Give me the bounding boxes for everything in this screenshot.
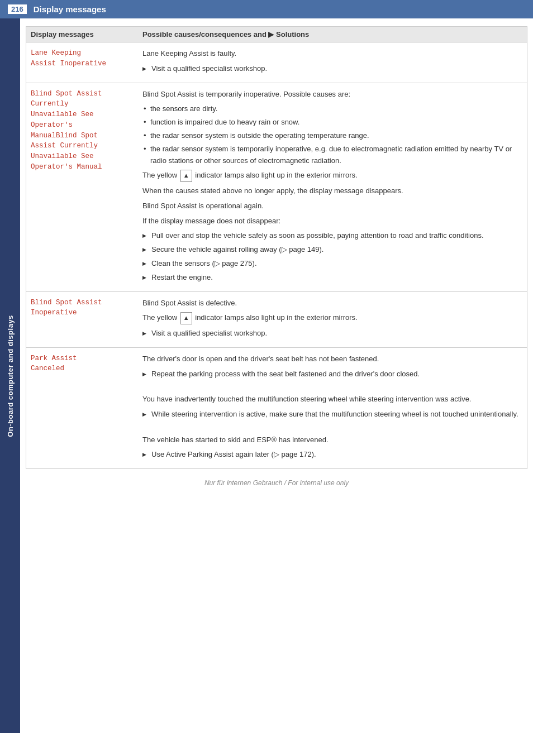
- paragraph: Blind Spot Assist is temporarily inopera…: [142, 89, 522, 101]
- page-header: 216 Display messages: [0, 0, 533, 18]
- footer-text: Nur für internen Gebrauch / For internal…: [26, 479, 527, 496]
- action-item: While steering intervention is active, m…: [142, 409, 522, 420]
- list-item: the radar sensor system is outside the o…: [142, 130, 522, 142]
- action-item: Secure the vehicle against rolling away …: [142, 244, 522, 256]
- display-message-cell: Blind Spot Assist Currently Unavailable …: [31, 89, 142, 173]
- main-content: Display messages Possible causes/consequ…: [20, 18, 533, 733]
- paragraph: Blind Spot Assist is defective.: [142, 298, 522, 309]
- bullet-list: the sensors are dirty. function is impai…: [142, 103, 522, 166]
- list-item: the radar sensor system is temporarily i…: [142, 143, 522, 167]
- action-item: Clean the sensors (▷ page 275).: [142, 258, 522, 270]
- page-number: 216: [8, 4, 27, 14]
- paragraph: Blind Spot Assist is operational again.: [142, 200, 522, 212]
- display-message-cell: Blind Spot AssistInoperative: [31, 298, 142, 319]
- display-message-cell: Lane KeepingAssist Inoperative: [31, 48, 142, 69]
- col2-header: Possible causes/consequences and ▶ Solut…: [142, 30, 522, 39]
- content-wrapper: On-board computer and displays Display m…: [0, 18, 533, 733]
- content-table: Display messages Possible causes/consequ…: [26, 26, 527, 469]
- causes-solutions-cell: Lane Keeping Assist is faulty. Visit a q…: [142, 48, 522, 77]
- side-label-text: On-board computer and displays: [6, 315, 15, 437]
- side-label-area: On-board computer and displays: [0, 18, 20, 733]
- action-item: Use Active Parking Assist again later (▷…: [142, 449, 522, 461]
- indicator-paragraph: The yellow ▲ indicator lamps also light …: [142, 312, 522, 324]
- table-row: Park AssistCanceled The driver's door is…: [26, 348, 527, 468]
- display-message-cell: Park AssistCanceled: [31, 353, 142, 375]
- action-item: Visit a qualified specialist workshop.: [142, 63, 522, 75]
- causes-solutions-cell: Blind Spot Assist is temporarily inopera…: [142, 89, 522, 286]
- action-item: Visit a qualified specialist workshop.: [142, 328, 522, 339]
- table-header-row: Display messages Possible causes/consequ…: [26, 27, 527, 42]
- causes-solutions-cell: The driver's door is open and the driver…: [142, 353, 522, 463]
- action-item: Pull over and stop the vehicle safely as…: [142, 230, 522, 242]
- col1-header: Display messages: [31, 30, 142, 39]
- list-item: the sensors are dirty.: [142, 103, 522, 115]
- action-item: Repeat the parking process with the seat…: [142, 369, 522, 380]
- paragraph: When the causes stated above no longer a…: [142, 185, 522, 197]
- action-item: Restart the engine.: [142, 272, 522, 284]
- paragraph: If the display message does not disappea…: [142, 216, 522, 227]
- indicator-paragraph: The yellow ▲ indicator lamps also light …: [142, 170, 522, 182]
- table-row: Blind Spot Assist Currently Unavailable …: [26, 83, 527, 292]
- paragraph: The driver's door is open and the driver…: [142, 353, 522, 365]
- causes-solutions-cell: Blind Spot Assist is defective. The yell…: [142, 298, 522, 342]
- warning-icon: ▲: [180, 312, 192, 324]
- page-title: Display messages: [34, 4, 106, 14]
- warning-icon: ▲: [180, 170, 192, 182]
- table-row: Lane KeepingAssist Inoperative Lane Keep…: [26, 42, 527, 83]
- table-row: Blind Spot AssistInoperative Blind Spot …: [26, 292, 527, 348]
- list-item: function is impaired due to heavy rain o…: [142, 117, 522, 128]
- paragraph: Lane Keeping Assist is faulty.: [142, 48, 522, 60]
- paragraph: You have inadvertently touched the multi…: [142, 394, 522, 405]
- paragraph: The vehicle has started to skid and ESP®…: [142, 434, 522, 446]
